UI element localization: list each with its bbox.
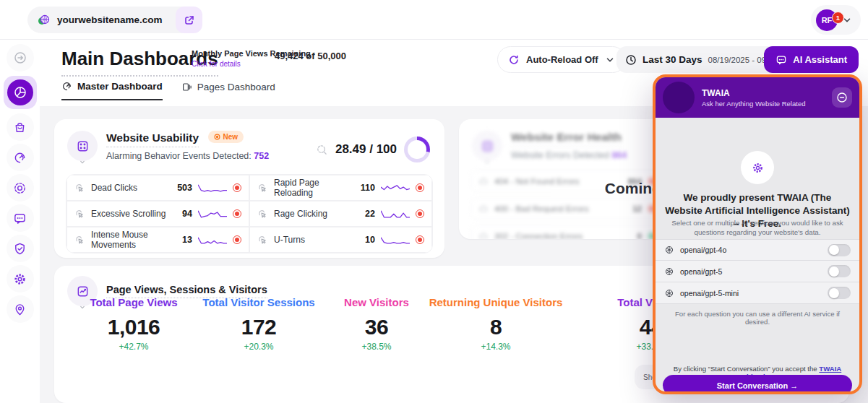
errors-section-toggle[interactable] [472,131,502,161]
click-icon [257,209,268,220]
sidebar-item-settings[interactable] [7,265,34,292]
service-row-gpt-5-mini[interactable]: openai/gpt-5-mini [656,282,859,304]
auto-reload-dropdown[interactable]: Auto-Reload Off [497,46,626,73]
monthly-value: 49,424 of 50,000 [275,51,346,61]
minimize-button[interactable] [832,87,852,108]
pages-icon [181,82,192,92]
record-dot-icon[interactable] [416,209,424,218]
usability-section-toggle[interactable] [67,131,98,161]
usability-score-donut [404,136,430,162]
metric-row-intense-mouse-movements[interactable]: Intense Mouse Movements 13 [66,227,249,253]
gear-icon [13,272,27,286]
gauge-icon [13,151,27,165]
pie-chart-icon [7,79,33,105]
twaia-panel: TWAIA Ask her Anything Website Related W… [653,74,862,394]
record-dot-icon[interactable] [233,183,241,192]
service-toggle[interactable] [828,265,851,277]
sidebar-item-store[interactable] [7,113,34,141]
open-website-button[interactable] [176,6,202,33]
record-dot-icon[interactable] [416,183,424,192]
domain-name: yourwebsitename.com [57,14,163,25]
error-row-400[interactable]: 400 - Bad Request Errors 12 [470,197,664,220]
top-bar: yourwebsitename.com RF 1 [0,0,868,40]
gear-icon [752,162,764,174]
metric-row-rapid-page-reloading[interactable]: Rapid Page Reloading 110 [249,175,432,201]
stat-returning-unique-visitors: Returning Unique Visitors 8 +14.3% [413,296,579,352]
errors-subtitle: Website Errors Detected 864 [511,150,627,160]
error-row-302[interactable]: 302 - Connection Errors 0 [470,225,664,239]
sparkline [381,209,410,219]
ai-assistant-label: AI Assistant [793,54,847,65]
sparkline [381,235,410,245]
metric-row-rage-clicking[interactable]: Rage Clicking 22 [249,201,432,227]
twaia-avatar [663,82,695,113]
location-pin-icon [13,303,27,316]
openai-logo-icon [664,288,674,298]
sidebar-item-security[interactable] [7,235,34,262]
ai-service-list: openai/gpt-4o openai/gpt-5 openai/gpt-5-… [656,239,859,304]
tab-master-dashboard[interactable]: Master Dashboard [61,81,163,100]
user-menu[interactable]: RF 1 [811,5,861,35]
chat-ai-icon [775,54,787,66]
metric-row-u-turns[interactable]: U-Turns 10 [249,227,432,253]
shield-check-icon [13,242,27,256]
service-row-gpt-5[interactable]: openai/gpt-5 [656,261,859,282]
usability-metrics: Dead Clicks 503 Rapid Page Reloading 110… [66,174,433,254]
gauge-icon [61,81,72,92]
record-dot-icon[interactable] [233,235,241,244]
sidebar-item-dashboards[interactable] [4,76,37,109]
monthly-pageviews-widget: Monthly Page Views Remaining 49,424 of 5… [192,46,336,68]
chevron-down-icon [80,159,86,165]
auto-reload-label: Auto-Reload Off [526,54,598,65]
sparkline [198,209,227,219]
usability-title: Website Usability [106,131,199,147]
cloud-icon [478,204,489,214]
record-dot-icon[interactable] [233,209,241,218]
sparkline [198,183,227,193]
usability-score: 28.49 / 100 [335,142,397,157]
sidebar-collapse-button[interactable] [7,44,34,72]
metric-row-dead-clicks[interactable]: Dead Clicks 503 [66,175,249,201]
new-badge: New [208,131,244,143]
chevron-down-icon [605,55,615,65]
service-toggle[interactable] [828,244,851,256]
click-icon [74,209,85,220]
metric-row-excessive-scrolling[interactable]: Excessive Scrolling 94 [66,201,249,227]
domain-selector[interactable]: yourwebsitename.com [27,6,201,33]
external-link-icon [184,14,195,26]
click-icon [74,183,85,194]
service-toggle[interactable] [828,287,851,299]
ai-assistant-button[interactable]: AI Assistant [764,46,859,73]
record-dot-icon[interactable] [416,235,424,244]
twaia-select-note: Select one or multiple AI services you w… [663,219,852,237]
twaia-service-note: For each question you can use a differen… [666,310,849,326]
click-icon [257,183,268,194]
tab-pages-dashboard[interactable]: Pages Dashboard [181,81,275,100]
range-label: Last 30 Days [643,54,702,65]
avatar: RF 1 [816,9,838,31]
screen-record-icon [13,181,27,195]
gear-badge [741,151,774,184]
score-magnifier-icon [316,144,328,156]
sidebar [0,40,40,403]
dice-icon [76,139,90,153]
service-row-gpt-4o[interactable]: openai/gpt-4o [656,239,859,261]
globe-icon [36,13,51,27]
chat-bubble-icon [13,212,27,225]
sidebar-item-recordings[interactable] [7,174,34,202]
twaia-title: TWAIA [702,88,805,98]
click-icon [74,235,85,246]
sidebar-item-location[interactable] [7,295,34,323]
sidebar-item-feedback[interactable] [7,204,34,232]
cloud-icon [478,231,489,240]
website-usability-card: Website Usability New Alarming Behavior … [54,119,444,258]
dashboard-tabs: Master Dashboard Pages Dashboard [61,81,275,100]
sparkline [198,235,227,245]
twaia-subtitle: Ask her Anything Website Related [702,100,805,108]
click-icon [257,235,268,246]
clock-icon [625,54,637,66]
refresh-icon [508,54,520,66]
start-conversation-button[interactable]: Start Conversation → [663,375,852,394]
openai-logo-icon [664,266,674,277]
sidebar-item-speed[interactable] [7,144,34,171]
